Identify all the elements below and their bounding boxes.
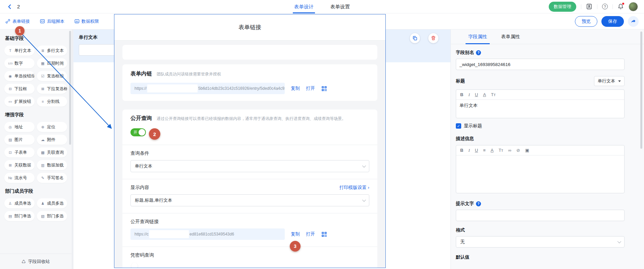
field-pill-label: 数字: [14, 61, 23, 66]
alias-help-icon[interactable]: ?: [476, 50, 481, 55]
annotation-badge-3: 3: [290, 241, 301, 252]
field-pill[interactable]: ≡分割线: [37, 96, 67, 107]
editor-tool-icon[interactable]: Tᴛ: [491, 92, 496, 97]
public-query-desc: 通过公开查询链接可以查看已经填报的数据内容，通常用于通讯录查询、执行进度查询、成…: [157, 116, 346, 122]
internal-link-url[interactable]: https:// 5b6d1c4db23c3142c516926/entry/5…: [130, 83, 285, 94]
editor-tool-icon[interactable]: Tᴛ: [498, 148, 503, 153]
editor-tool-icon[interactable]: I: [468, 92, 470, 97]
editor-tool-icon[interactable]: U: [475, 148, 478, 153]
field-pill[interactable]: ⊞关联数据: [4, 160, 35, 170]
alias-input[interactable]: _widget_1693895824616: [456, 59, 625, 70]
qr-code-button[interactable]: [321, 231, 327, 238]
show-title-checkbox-row[interactable]: ✓ 显示标题: [456, 123, 625, 129]
field-pill-label: 复选框组: [47, 73, 64, 79]
recycle-icon: ♺: [21, 259, 26, 264]
public-query-toggle[interactable]: 开: [130, 128, 146, 136]
data-manage-button[interactable]: 数据管理: [549, 2, 576, 12]
title-editor-content[interactable]: 单行文本: [456, 100, 624, 118]
field-pill[interactable]: ☑复选框组: [37, 71, 67, 81]
panel-scrollbar[interactable]: [640, 31, 642, 149]
print-template-link[interactable]: 打印模版设置 ›: [339, 185, 369, 191]
field-type-icon: ▩: [40, 150, 46, 155]
editor-tool-icon[interactable]: ∞: [508, 148, 511, 153]
delete-field-button[interactable]: [428, 33, 438, 43]
field-pill[interactable]: ✎手写签名: [37, 173, 67, 183]
field-pill[interactable]: ▭扩展按钮: [4, 96, 35, 107]
field-type-icon: ▨: [7, 138, 13, 142]
chevron-down-icon: [618, 240, 621, 243]
link-icon: [5, 19, 10, 24]
qr-code-button[interactable]: [321, 85, 327, 92]
contacts-icon[interactable]: [586, 3, 592, 10]
share-button[interactable]: [628, 16, 639, 27]
editor-tool-icon[interactable]: ⊘: [517, 148, 520, 153]
editor-tool-icon[interactable]: U: [475, 92, 478, 97]
display-content-select[interactable]: 标题,标题,单行文本: [130, 194, 369, 206]
field-pill[interactable]: ▩关联查询: [37, 147, 67, 157]
back-icon[interactable]: [7, 4, 13, 10]
tab-form-design[interactable]: 表单设计: [294, 0, 314, 13]
internal-link-card: 表单内链 团队成员访问该链接需要登录并授权 https:// 5b6d1c4db…: [122, 64, 377, 101]
field-pill[interactable]: ⊕定位: [37, 122, 67, 132]
query-condition-select[interactable]: 单行文本: [130, 160, 369, 172]
public-query-url[interactable]: https://c ed81e681cd15349543d6: [130, 228, 285, 240]
data-permission-button[interactable]: 数据权限: [74, 18, 99, 24]
tab-form-settings[interactable]: 表单设置: [330, 0, 350, 13]
scrolled-card-partial: [122, 45, 377, 60]
field-pill[interactable]: ≣多行文本: [37, 46, 67, 56]
field-pill[interactable]: 123数字: [4, 58, 35, 68]
field-pill[interactable]: №流水号: [4, 173, 35, 183]
field-pill-label: 成员单选: [14, 201, 31, 206]
tab-field-properties[interactable]: 字段属性: [468, 29, 487, 44]
field-pill[interactable]: ◎地址: [4, 122, 35, 132]
open-link-button[interactable]: 打开: [306, 85, 315, 91]
tab-form-properties[interactable]: 表单属性: [501, 29, 520, 44]
placeholder-input[interactable]: [456, 210, 625, 221]
title-type-select[interactable]: 单行文本: [594, 76, 625, 86]
field-pill[interactable]: ◉单选按钮组: [4, 71, 35, 81]
field-pill[interactable]: ▦日期时间: [37, 58, 67, 68]
description-editor-content[interactable]: [456, 155, 624, 193]
field-pill[interactable]: ▥数据加载: [37, 160, 67, 170]
form-link-button[interactable]: 表单链接: [5, 18, 30, 24]
backend-script-button[interactable]: 后端脚本: [40, 18, 64, 24]
field-pill[interactable]: ♟成员多选: [37, 198, 67, 208]
editor-tool-icon[interactable]: B: [460, 148, 463, 153]
toggle-knob: [139, 129, 145, 136]
editor-tool-icon[interactable]: ▣: [525, 148, 529, 153]
editor-tool-icon[interactable]: I: [468, 148, 470, 153]
field-pill[interactable]: ▤部门单选: [4, 211, 35, 221]
field-pill[interactable]: ▨图片: [4, 135, 35, 145]
field-pill[interactable]: ♙成员单选: [4, 198, 35, 208]
field-label: 单行文本: [79, 35, 98, 41]
help-icon[interactable]: ?: [602, 4, 608, 9]
copy-public-link-button[interactable]: 复制: [291, 231, 300, 237]
field-pill[interactable]: ⊠下拉复选框: [37, 84, 67, 94]
public-link-section: 公开查询链接 https://c ed81e681cd15349543d6 复制…: [122, 213, 377, 247]
open-public-link-button[interactable]: 打开: [306, 231, 315, 237]
editor-tool-icon[interactable]: ≡: [483, 148, 486, 153]
format-select[interactable]: 无: [456, 236, 625, 248]
placeholder-help-icon[interactable]: ?: [476, 201, 481, 206]
avatar[interactable]: [629, 2, 638, 11]
field-pill[interactable]: ⊡子表单: [4, 147, 35, 157]
sidebar-scrollbar[interactable]: [69, 31, 71, 145]
copy-link-button[interactable]: 复制: [291, 85, 300, 91]
field-pill[interactable]: ⊟下拉框: [4, 84, 35, 94]
notification-bell-icon[interactable]: [618, 3, 624, 10]
checkbox-checked-icon[interactable]: ✓: [456, 123, 461, 129]
share-arrow-icon: [631, 19, 636, 24]
field-pill[interactable]: ▧部门多选: [37, 211, 67, 221]
preview-button[interactable]: 预览: [575, 16, 597, 27]
editor-tool-icon[interactable]: A: [483, 92, 486, 97]
editor-tool-icon[interactable]: A: [491, 148, 494, 153]
field-type-icon: ⊡: [7, 150, 13, 155]
field-pill[interactable]: ☁附件: [37, 135, 67, 145]
field-recycle-bin[interactable]: ♺ 字段回收站: [0, 254, 71, 269]
editor-tool-icon[interactable]: B: [460, 92, 463, 97]
duplicate-field-button[interactable]: [410, 33, 420, 43]
field-pill[interactable]: T单行文本: [4, 46, 35, 56]
field-type-icon: ≣: [40, 49, 46, 53]
url-redacted-segment: [149, 230, 189, 238]
save-button[interactable]: 保存: [601, 16, 624, 27]
